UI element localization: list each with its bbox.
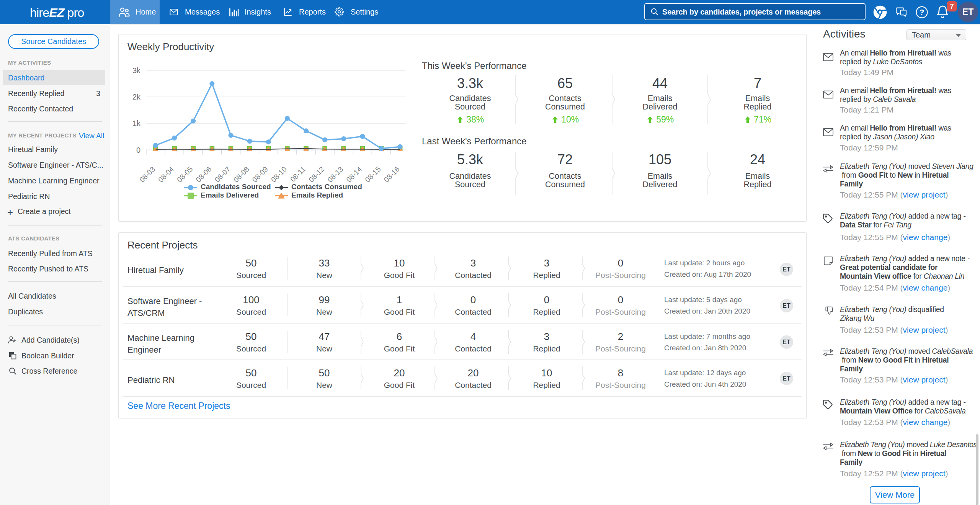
svg-text:2k: 2k <box>132 93 141 101</box>
svg-text:08-13: 08-13 <box>326 165 345 184</box>
svg-text:3k: 3k <box>132 66 141 75</box>
svg-text:08-14: 08-14 <box>345 165 364 184</box>
svg-text:08-07: 08-07 <box>213 165 232 184</box>
svg-text:08-09: 08-09 <box>251 165 270 184</box>
svg-text:?: ? <box>920 8 924 16</box>
svg-text:1k: 1k <box>132 119 141 127</box>
svg-text:08-10: 08-10 <box>270 165 288 184</box>
svg-text:08-04: 08-04 <box>157 165 176 184</box>
svg-text:08-08: 08-08 <box>232 165 251 184</box>
svg-text:08-15: 08-15 <box>364 165 382 184</box>
svg-text:08-05: 08-05 <box>175 165 194 184</box>
svg-text:08-11: 08-11 <box>289 165 307 183</box>
svg-text:08-03: 08-03 <box>138 165 157 184</box>
svg-text:0: 0 <box>136 146 140 154</box>
svg-text:08-12: 08-12 <box>307 165 326 184</box>
svg-text:08-16: 08-16 <box>382 165 401 184</box>
svg-text:08-06: 08-06 <box>194 165 213 184</box>
